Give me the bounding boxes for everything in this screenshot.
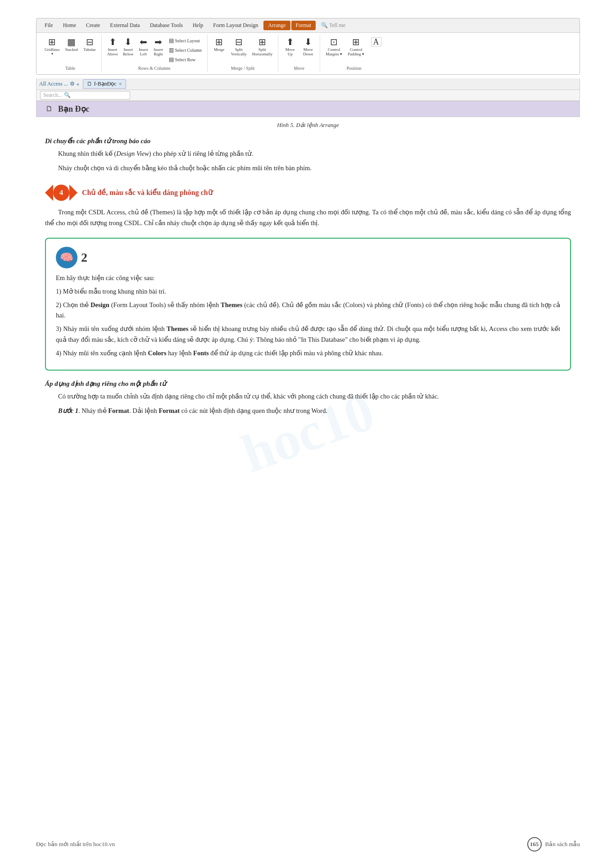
section2-para1: Trong một CSDL Access, chủ đề (Themes) l…	[45, 207, 571, 229]
move-up-icon: ⬆	[286, 37, 294, 46]
stacked-button[interactable]: ▦ Stacked	[63, 36, 80, 53]
search-row: Search... 🔍	[36, 90, 580, 101]
ribbon: File Home Create External Data Database …	[36, 18, 580, 75]
search-placeholder: Search...	[43, 92, 62, 99]
exercise-icon: 🧠	[56, 247, 77, 268]
select-buttons-col: ▤ Select Layout ▥ Select Column ▤ Select…	[167, 36, 204, 64]
all-access-nav[interactable]: All Access ... ⚙ «	[39, 81, 79, 87]
section2-heading-text: Chủ đề, màu sắc và kiểu dáng phông chữ	[82, 188, 213, 197]
merge-split-content: ⊞ Merge ⊟ SplitVertically ⊞ SplitHorizon…	[211, 36, 275, 64]
insert-left-button[interactable]: ⬅ InsertLeft	[137, 36, 150, 57]
form-title-bar: 🗋 Bạn Đọc	[36, 101, 580, 117]
form-tab[interactable]: 🗋 f-BạnĐọc ✕	[83, 79, 126, 89]
font-icon: A	[371, 37, 381, 46]
tab-arrange[interactable]: Arrange	[263, 21, 290, 30]
exercise-step4: 4) Nháy mũi tên xuống cạnh lệnh Colors h…	[56, 348, 560, 359]
split-h-icon: ⊞	[258, 37, 266, 46]
insert-right-button[interactable]: ➡ InsertRight	[152, 36, 165, 57]
tab-create[interactable]: Create	[82, 20, 104, 31]
exercise-step2: 2) Chọn thẻ Design (Form Layout Tools) s…	[56, 300, 560, 322]
table-group-label: Table	[65, 64, 75, 71]
merge-split-group-label: Merge / Split	[231, 64, 255, 71]
select-column-button[interactable]: ▥ Select Column	[167, 46, 204, 54]
tab-help[interactable]: Help	[188, 20, 208, 31]
move-content: ⬆ MoveUp ⬇ MoveDown	[282, 36, 316, 64]
control-padding-button[interactable]: ⊞ ControlPadding ▾	[346, 36, 366, 57]
tab-database-tools[interactable]: Database Tools	[145, 20, 187, 31]
font-button[interactable]: A	[368, 36, 384, 48]
tab-home[interactable]: Home	[59, 20, 81, 31]
rows-cols-group-label: Rows & Columns	[138, 64, 171, 71]
gridlines-button[interactable]: ⊞ Gridlines ▾	[43, 36, 62, 57]
exercise-text: Em hãy thực hiện các công việc sau: 1) M…	[56, 273, 560, 359]
gridlines-icon: ⊞	[48, 37, 56, 46]
ribbon-group-move: ⬆ MoveUp ⬇ MoveDown Move	[278, 35, 320, 72]
section1-para1: Khung nhìn thiết kế (Design View) cho ph…	[45, 149, 571, 159]
footer-right-text: Bản sách mẫu	[545, 841, 580, 848]
footer-left-text: Đọc bản mới nhất trên hoc10.vn	[36, 841, 115, 848]
ribbon-group-position: ⊡ ControlMargins ▾ ⊞ ControlPadding ▾ A …	[320, 35, 388, 72]
rows-cols-content: ⬆ InsertAbove ⬇ InsertBelow ⬅ InsertLeft	[105, 36, 204, 64]
position-group-label: Position	[347, 64, 362, 71]
table-icon: 🗋	[87, 81, 92, 87]
ribbon-content: ⊞ Gridlines ▾ ▦ Stacked ⊟ Tabular Table	[36, 33, 580, 74]
tab-file[interactable]: File	[40, 20, 58, 31]
chevron-left-icon[interactable]: «	[77, 81, 79, 87]
section-number-circle: 4	[53, 185, 69, 201]
table-buttons: ⊞ Gridlines ▾ ▦ Stacked ⊟ Tabular	[43, 36, 98, 64]
insert-below-button[interactable]: ⬇ InsertBelow	[121, 36, 136, 57]
insert-below-icon: ⬇	[124, 37, 132, 46]
section3-para2: Bước 1. Nháy thẻ Format. Dải lệnh Format…	[45, 406, 571, 417]
insert-left-icon: ⬅	[140, 37, 147, 46]
all-access-label: All Access ...	[39, 81, 68, 87]
split-vertically-button[interactable]: ⊟ SplitVertically	[229, 36, 249, 57]
section1-title: Di chuyển các phần tử trong báo cáo	[45, 137, 571, 145]
exercise-number: 2	[81, 250, 87, 265]
form-title: Bạn Đọc	[58, 104, 90, 114]
exercise-box: 🧠 2 Em hãy thực hiện các công việc sau: …	[45, 238, 571, 371]
move-group-label: Move	[294, 64, 304, 71]
section3-title: Áp dụng định dạng riêng cho một phần tử	[45, 380, 571, 388]
tab-format[interactable]: Format	[291, 21, 316, 30]
merge-button[interactable]: ⊞ Merge	[211, 36, 227, 53]
section-badge: 4	[45, 185, 77, 201]
form-icon: 🗋	[45, 105, 53, 113]
ribbon-group-rows-cols: ⬆ InsertAbove ⬇ InsertBelow ⬅ InsertLeft	[102, 35, 208, 72]
footer-right: 165 Bản sách mẫu	[527, 837, 580, 851]
tab-tell-me[interactable]: 🔍 Tell me	[317, 20, 350, 31]
section3-para1: Có trường hợp ta muốn chỉnh sửa định dạn…	[45, 391, 571, 402]
margins-icon: ⊡	[330, 37, 338, 46]
select-row-button[interactable]: ▤ Select Row	[167, 55, 204, 64]
exercise-header: 🧠 2	[56, 247, 560, 268]
insert-above-button[interactable]: ⬆ InsertAbove	[105, 36, 120, 57]
tab-label: f-BạnĐọc	[94, 81, 117, 87]
tab-external-data[interactable]: External Data	[105, 20, 144, 31]
tab-form-layout-design[interactable]: Form Layout Design	[208, 20, 263, 31]
diamond-right-shape	[69, 185, 77, 201]
split-horizontally-button[interactable]: ⊞ SplitHorizontally	[250, 36, 275, 57]
select-layout-button[interactable]: ▤ Select Layout	[167, 36, 204, 45]
insert-above-icon: ⬆	[109, 37, 117, 46]
move-up-button[interactable]: ⬆ MoveUp	[282, 36, 298, 57]
search-icon: 🔍	[321, 22, 328, 28]
chevron-down-icon: ▾	[51, 52, 53, 56]
stacked-icon: ▦	[67, 37, 76, 46]
diamond-left-shape	[45, 185, 53, 201]
settings-icon[interactable]: ⚙	[70, 81, 75, 87]
close-icon[interactable]: ✕	[118, 82, 122, 86]
search-bar[interactable]: Search... 🔍	[40, 91, 130, 100]
split-v-icon: ⊟	[235, 37, 243, 46]
main-content: Di chuyển các phần tử trong báo cáo Khun…	[36, 137, 580, 417]
exercise-intro: Em hãy thực hiện các công việc sau:	[56, 273, 560, 284]
move-down-button[interactable]: ⬇ MoveDown	[300, 36, 316, 57]
control-margins-button[interactable]: ⊡ ControlMargins ▾	[324, 36, 344, 57]
section1-para2: Nháy chuột chọn và di chuyển bằng kéo th…	[45, 163, 571, 174]
tabular-button[interactable]: ⊟ Tabular	[82, 36, 98, 53]
exercise-step3: 3) Nháy mũi tên xuống dưới nhóm lệnh The…	[56, 324, 560, 345]
column-icon: ▥	[169, 47, 174, 54]
page-number: 165	[527, 837, 542, 851]
layout-icon: ▤	[169, 37, 174, 44]
exercise-step1: 1) Mở biểu mẫu trong khung nhìn bài trí.	[56, 286, 560, 297]
nav-bar: All Access ... ⚙ « 🗋 f-BạnĐọc ✕	[36, 78, 580, 90]
figure-caption: Hình 5. Dải lệnh Arrange	[36, 122, 580, 129]
